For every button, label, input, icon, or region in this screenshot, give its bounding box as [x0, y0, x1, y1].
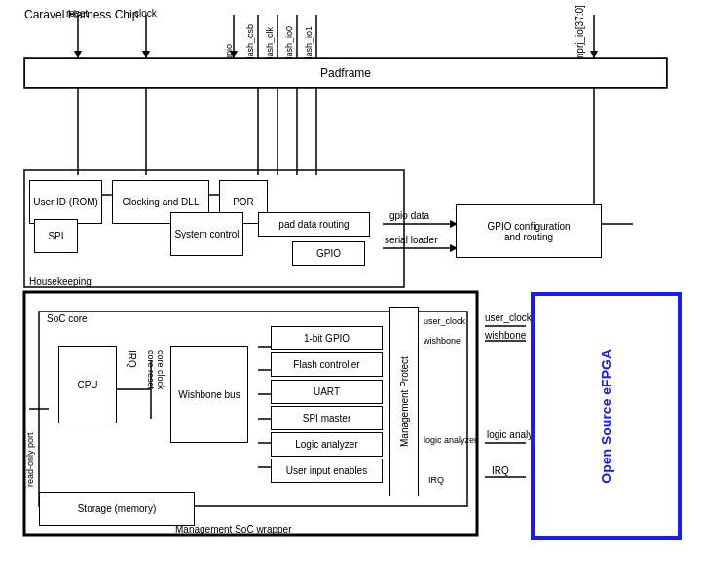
- wishbone-out-label: wishbone: [424, 336, 461, 346]
- pad-routing-label: pad data routing: [278, 219, 349, 230]
- svg-marker-7: [142, 51, 150, 58]
- pad-routing-block: pad data routing: [258, 212, 370, 237]
- diagram: gpio data serial loader user_clock wishb…: [0, 0, 701, 588]
- logic-analyzer-label: Logic analyzer: [295, 439, 357, 450]
- userid-block: User ID (ROM): [29, 180, 102, 224]
- svg-text:serial loader: serial loader: [385, 235, 438, 245]
- clock-signal: clock: [134, 8, 157, 18]
- core-labels: core resetcore clock: [146, 350, 166, 428]
- clocking-label: Clocking and DLL: [123, 197, 200, 207]
- user-input-enables-label: User input enables: [286, 465, 367, 476]
- svg-marker-15: [590, 51, 598, 58]
- system-control-label: System control: [174, 229, 239, 239]
- management-protect-block: Management Protect: [389, 307, 419, 496]
- flash-csb-signal: flash_csb: [245, 8, 255, 61]
- efpga-label: Open Source eFPGA: [599, 349, 614, 484]
- spi-master-label: SPI master: [303, 413, 350, 423]
- spi-block: SPI: [34, 219, 78, 253]
- management-protect-label: Management Protect: [399, 356, 410, 447]
- flash-controller-label: Flash controller: [293, 359, 359, 370]
- storage-label: Storage (memory): [78, 503, 157, 514]
- cpu-label: CPU: [77, 380, 97, 390]
- read-only-port-label: read-only port: [25, 419, 35, 487]
- por-label: POR: [233, 197, 254, 207]
- efpga-block: Open Source eFPGA: [531, 292, 682, 540]
- wishbone-bus-label: Wishbone bus: [178, 389, 240, 400]
- irq-out-label: IRQ: [428, 475, 444, 485]
- flash-clk-signal: flash_clk: [265, 8, 275, 61]
- spi-master-block: SPI master: [271, 406, 383, 430]
- gpio-signal: gpio: [224, 12, 234, 60]
- reset-signal: reset: [66, 8, 88, 18]
- uart-label: UART: [314, 386, 340, 397]
- padframe-block: Padframe: [24, 58, 667, 88]
- housekeeping-label: Housekeeping: [29, 276, 92, 287]
- soc-core-label: SoC core: [47, 313, 88, 324]
- gpio-config-label: GPIO configurationand routing: [487, 221, 570, 242]
- svg-text:wishbone: wishbone: [484, 330, 527, 341]
- gpio-label: GPIO: [316, 248, 341, 259]
- flash-io1-signal: flash_io1: [304, 8, 314, 61]
- spi-label: SPI: [48, 231, 63, 241]
- logic-analyzer-out-label: logic analyzer: [424, 435, 477, 445]
- gpio-1bit-block: 1-bit GPIO: [271, 326, 383, 350]
- uart-block: UART: [271, 380, 383, 404]
- svg-text:user_clock: user_clock: [485, 312, 533, 323]
- wishbone-bus-block: Wishbone bus: [170, 346, 248, 443]
- svg-marker-5: [74, 51, 82, 58]
- cpu-block: CPU: [58, 346, 117, 423]
- mprj-io-signal: mprj_io[37:0]: [574, 8, 585, 61]
- storage-block: Storage (memory): [39, 492, 195, 526]
- svg-text:gpio data: gpio data: [389, 210, 430, 221]
- userid-label: User ID (ROM): [33, 197, 98, 207]
- flash-io0-signal: flash_io0: [284, 8, 294, 61]
- logic-analyzer-block: Logic analyzer: [271, 432, 383, 457]
- flash-controller-block: Flash controller: [271, 352, 383, 377]
- gpio-block: GPIO: [292, 241, 365, 266]
- svg-text:IRQ: IRQ: [492, 465, 509, 476]
- user-input-enables-block: User input enables: [271, 459, 383, 483]
- user-clock-out-label: user_clock: [424, 316, 465, 326]
- irq-label: IRQ: [127, 350, 137, 368]
- gpio-1bit-label: 1-bit GPIO: [304, 333, 350, 344]
- gpio-config-block: GPIO configurationand routing: [456, 204, 602, 258]
- system-control-block: System control: [170, 212, 243, 256]
